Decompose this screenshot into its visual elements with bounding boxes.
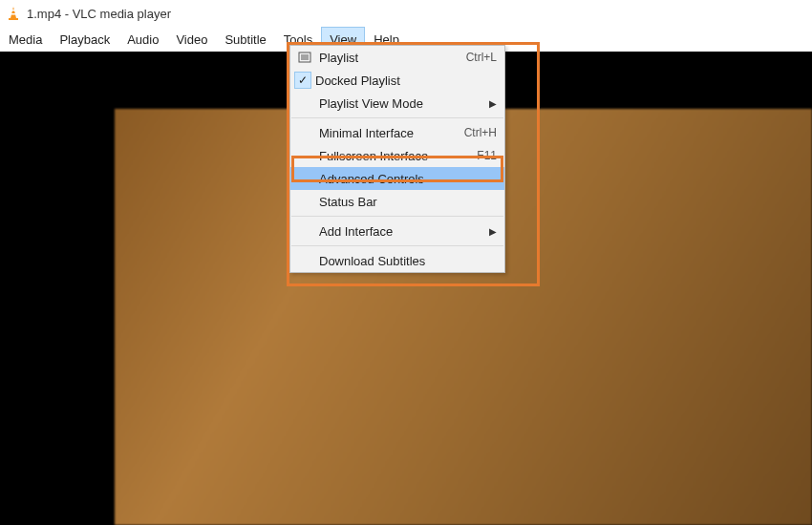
menu-separator [291,216,503,217]
menuitem-label: Status Bar [315,195,497,209]
menuitem-accel: Ctrl+L [466,51,497,64]
menuitem-label: Advanced Controls [315,172,497,186]
menuitem-label: Playlist View Mode [315,96,487,111]
view-menu-dropdown: Playlist Ctrl+L ✓ Docked Playlist Playli… [289,45,505,273]
menuitem-advanced-controls[interactable]: Advanced Controls [290,167,504,190]
menu-separator [291,245,503,246]
menu-media[interactable]: Media [0,27,51,52]
menuitem-label: Add Interface [315,224,487,239]
menu-subtitle[interactable]: Subtitle [216,27,274,52]
playlist-icon [294,51,315,64]
window-title: 1.mp4 - VLC media player [27,7,171,21]
menuitem-add-interface[interactable]: Add Interface ▶ [290,220,504,242]
svg-rect-2 [11,10,15,11]
menuitem-status-bar[interactable]: Status Bar [290,190,504,213]
menuitem-label: Minimal Interface [315,126,464,140]
menuitem-download-subtitles[interactable]: Download Subtitles [290,249,504,272]
menuitem-label: Download Subtitles [315,254,497,268]
svg-marker-0 [11,7,16,18]
menuitem-playlist-view-mode[interactable]: Playlist View Mode ▶ [290,92,504,115]
title-bar: 1.mp4 - VLC media player [0,0,812,27]
menu-video[interactable]: Video [167,27,216,52]
svg-rect-1 [9,18,18,20]
check-icon: ✓ [294,72,311,89]
menuitem-accel: F11 [477,149,497,162]
menuitem-playlist[interactable]: Playlist Ctrl+L [290,46,504,69]
menuitem-label: Playlist [315,51,466,65]
menuitem-fullscreen-interface[interactable]: Fullscreen Interface F11 [290,144,504,167]
menuitem-accel: Ctrl+H [464,126,497,139]
menu-separator [291,117,503,118]
menu-audio[interactable]: Audio [118,27,167,52]
menuitem-label: Fullscreen Interface [315,149,477,163]
menuitem-label: Docked Playlist [311,74,497,88]
menu-playback[interactable]: Playback [51,27,118,52]
menuitem-minimal-interface[interactable]: Minimal Interface Ctrl+H [290,121,504,144]
menuitem-docked-playlist[interactable]: ✓ Docked Playlist [290,69,504,92]
submenu-arrow-icon: ▶ [487,226,497,237]
vlc-cone-icon [6,6,21,21]
submenu-arrow-icon: ▶ [487,98,497,109]
svg-rect-3 [11,13,16,15]
